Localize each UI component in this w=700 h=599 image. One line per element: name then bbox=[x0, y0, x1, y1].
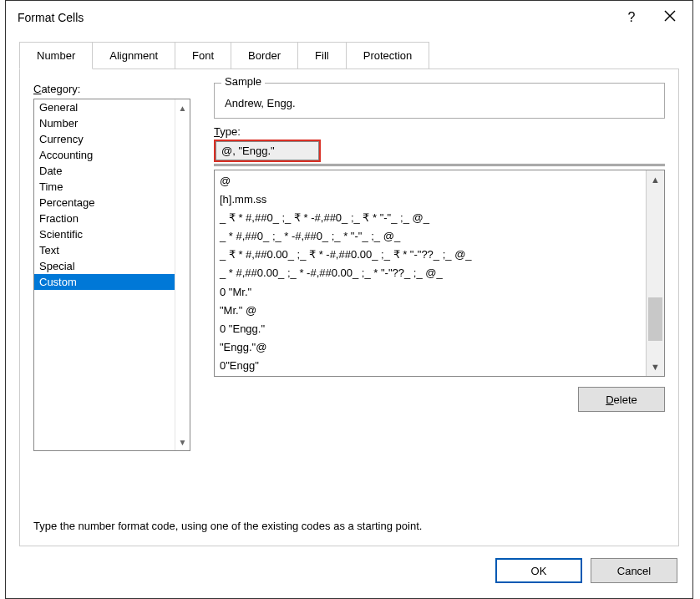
ok-button[interactable]: OK bbox=[495, 558, 582, 583]
type-label: Type: bbox=[214, 125, 665, 138]
type-input-highlight bbox=[214, 140, 321, 162]
format-code-item[interactable]: @ bbox=[220, 172, 641, 190]
category-scrollbar[interactable]: ▲ ▼ bbox=[175, 99, 190, 450]
type-input[interactable] bbox=[216, 141, 319, 160]
category-item[interactable]: Date bbox=[34, 163, 175, 179]
sample-legend: Sample bbox=[221, 75, 265, 88]
hint-text: Type the number format code, using one o… bbox=[33, 520, 665, 532]
sample-value: Andrew, Engg. bbox=[225, 97, 654, 109]
help-button[interactable]: ? bbox=[612, 4, 651, 31]
format-code-item[interactable]: "Mr." @ bbox=[220, 302, 641, 320]
format-code-item[interactable]: _ ₹ * #,##0.00_ ;_ ₹ * -#,##0.00_ ;_ ₹ *… bbox=[220, 246, 641, 264]
tab-panel-number: Category: GeneralNumberCurrencyAccountin… bbox=[19, 69, 679, 546]
scroll-up-icon[interactable]: ▲ bbox=[647, 170, 664, 189]
category-item[interactable]: Fraction bbox=[34, 211, 175, 226]
scroll-thumb[interactable] bbox=[648, 297, 662, 341]
category-label: Category: bbox=[33, 83, 190, 95]
category-item[interactable]: Currency bbox=[34, 131, 175, 147]
scroll-up-icon[interactable]: ▲ bbox=[175, 99, 190, 116]
tab-border[interactable]: Border bbox=[231, 42, 298, 69]
format-list-scrollbar[interactable]: ▲ ▼ bbox=[646, 170, 664, 376]
tab-number[interactable]: Number bbox=[19, 42, 93, 69]
format-code-item[interactable]: _ * #,##0.00_ ;_ * -#,##0.00_ ;_ * "-"??… bbox=[220, 264, 641, 282]
format-code-item[interactable]: _ * #,##0_ ;_ * -#,##0_ ;_ * "-"_ ;_ @_ bbox=[220, 227, 641, 246]
format-code-item[interactable]: 0 "Mr." bbox=[220, 283, 641, 302]
tab-alignment[interactable]: Alignment bbox=[92, 42, 175, 69]
format-code-item[interactable]: 0"Engg" bbox=[220, 357, 641, 375]
delete-button[interactable]: Delete bbox=[578, 387, 665, 412]
close-icon bbox=[664, 10, 676, 22]
category-item[interactable]: Text bbox=[34, 242, 175, 258]
category-listbox[interactable]: GeneralNumberCurrencyAccountingDateTimeP… bbox=[33, 99, 190, 451]
category-item[interactable]: Special bbox=[34, 258, 175, 274]
title-bar: Format Cells ? bbox=[6, 1, 692, 34]
tab-protection[interactable]: Protection bbox=[346, 42, 430, 69]
tab-fill[interactable]: Fill bbox=[297, 42, 347, 69]
scroll-down-icon[interactable]: ▼ bbox=[175, 434, 190, 450]
tab-font[interactable]: Font bbox=[175, 42, 231, 69]
format-code-listbox[interactable]: @[h].mm.ss_ ₹ * #,##0_ ;_ ₹ * -#,##0_ ;_… bbox=[214, 170, 665, 377]
close-button[interactable] bbox=[651, 4, 689, 31]
category-item[interactable]: Accounting bbox=[34, 147, 175, 163]
sample-group: Sample Andrew, Engg. bbox=[214, 83, 665, 119]
format-cells-dialog: Format Cells ? Number Alignment Font Bor… bbox=[5, 0, 693, 599]
format-code-item[interactable]: 0 "Engg." bbox=[220, 320, 641, 338]
dialog-title: Format Cells bbox=[18, 11, 612, 24]
category-item[interactable]: Time bbox=[34, 179, 175, 195]
category-item[interactable]: Percentage bbox=[34, 195, 175, 211]
category-item[interactable]: Number bbox=[34, 115, 175, 131]
tab-strip: Number Alignment Font Border Fill Protec… bbox=[19, 42, 679, 69]
format-code-item[interactable]: [h].mm.ss bbox=[220, 190, 641, 209]
category-item[interactable]: Scientific bbox=[34, 226, 175, 242]
cancel-button[interactable]: Cancel bbox=[591, 558, 677, 583]
scroll-down-icon[interactable]: ▼ bbox=[647, 358, 664, 376]
format-code-item[interactable]: "Engg."@ bbox=[220, 338, 641, 357]
dialog-footer: OK Cancel bbox=[6, 546, 692, 598]
format-code-item[interactable]: _ ₹ * #,##0_ ;_ ₹ * -#,##0_ ;_ ₹ * "-"_ … bbox=[220, 209, 641, 227]
category-item[interactable]: Custom bbox=[34, 274, 175, 290]
category-item[interactable]: General bbox=[34, 99, 175, 115]
